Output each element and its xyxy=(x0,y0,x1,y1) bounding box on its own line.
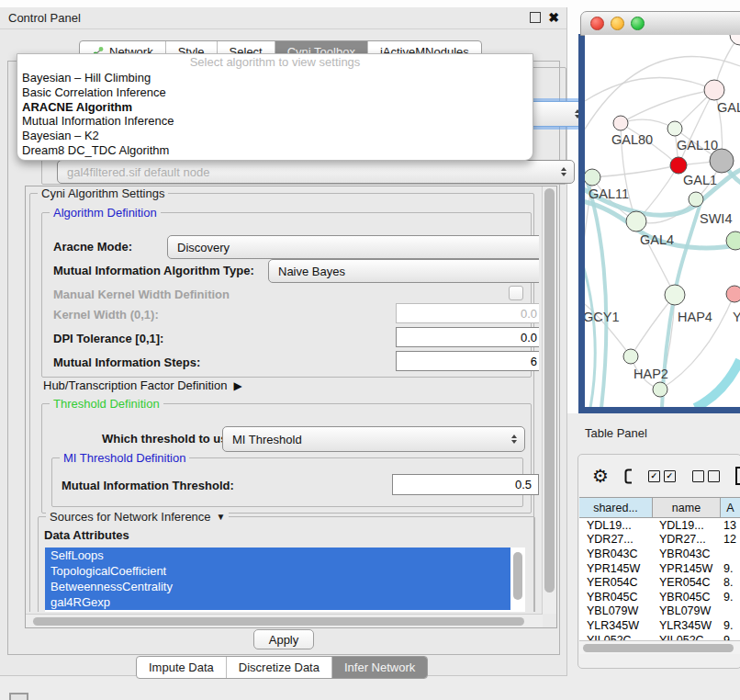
node-label: SWI4 xyxy=(700,211,732,226)
manual-kernel-label: Manual Kernel Width Definition xyxy=(53,288,230,301)
node-right-pink[interactable] xyxy=(726,286,740,302)
table-scrollbar-thumb[interactable] xyxy=(583,644,734,652)
node-label: GAL xyxy=(717,100,740,115)
node-right-green[interactable] xyxy=(726,231,740,250)
mi-type-label: Mutual Information Algorithm Type: xyxy=(53,264,254,277)
combo-arrows-icon xyxy=(561,167,566,176)
dropdown-item[interactable]: Bayesian – K2 xyxy=(17,129,533,143)
node-gal11[interactable] xyxy=(585,169,600,186)
manual-kernel-checkbox[interactable] xyxy=(509,286,523,300)
node-gal4[interactable] xyxy=(626,211,646,231)
column-header-shared-name[interactable]: shared... xyxy=(579,498,653,517)
float-button[interactable] xyxy=(530,12,541,23)
network-window-titlebar[interactable] xyxy=(580,11,740,36)
node-hap4[interactable] xyxy=(665,285,685,305)
dropdown-item[interactable]: Bayesian – Hill Climbing xyxy=(17,71,533,85)
mi-threshold-value: 0.5 xyxy=(515,478,532,491)
network-canvas[interactable]: GALGAL80GAL10GAL1GAL11SWI4GAL4GCY1HAP4YH… xyxy=(585,35,740,407)
node-label: GAL80 xyxy=(611,132,653,147)
table-cell: 9. xyxy=(719,619,740,632)
network-edge xyxy=(695,360,740,407)
which-threshold-label: Which threshold to use: xyxy=(102,432,238,446)
node-label: HAP2 xyxy=(633,367,668,381)
table-cell: YDR27... xyxy=(652,533,719,546)
horizontal-scrollbar-thumb[interactable] xyxy=(33,617,524,626)
tab-discretize-data[interactable]: Discretize Data xyxy=(226,657,331,678)
gear-icon[interactable]: ⚙ xyxy=(592,467,609,485)
list-item[interactable]: TopologicalCoefficient xyxy=(45,563,510,579)
table-cell: 12 xyxy=(719,533,740,546)
document-icon[interactable] xyxy=(734,466,740,486)
table-row[interactable]: YPR145WYPR145W9. xyxy=(579,561,740,576)
tab-impute-data[interactable]: Impute Data xyxy=(137,657,226,678)
mi-type-value: Naive Bayes xyxy=(278,265,345,278)
node-gal80[interactable] xyxy=(613,116,628,130)
close-icon[interactable]: ✖ xyxy=(548,11,559,24)
settings-viewport: Cyni Algorithm Settings Algorithm Defini… xyxy=(25,186,557,628)
group-title: Threshold Definition xyxy=(50,397,163,411)
kernel-width-field[interactable]: 0.0 xyxy=(396,303,539,323)
mi-type-combo[interactable]: Naive Bayes xyxy=(268,259,539,283)
apply-button[interactable]: Apply xyxy=(253,629,314,649)
table-row[interactable]: YDR27...YDR27...12 xyxy=(579,533,740,548)
network-edge xyxy=(585,78,714,101)
mi-threshold-field[interactable]: 0.5 xyxy=(392,474,539,495)
list-item[interactable]: SelfLoops xyxy=(45,548,510,563)
sources-toggle[interactable]: Sources for Network Inference ▼ xyxy=(46,510,229,524)
minimize-traffic-light[interactable] xyxy=(611,17,624,30)
dropdown-item[interactable]: ARACNE Algorithm xyxy=(17,100,533,115)
node-corner-node[interactable] xyxy=(730,35,740,45)
aracne-mode-value: Discovery xyxy=(177,241,230,254)
table-row[interactable]: YBR045CYBR045C9. xyxy=(579,590,740,604)
mi-steps-field[interactable]: 6 xyxy=(396,351,539,371)
node-hap2[interactable] xyxy=(623,349,638,364)
dpi-tolerance-field[interactable]: 0.0 xyxy=(396,327,539,347)
deselect-all-checkboxes-icon[interactable] xyxy=(692,470,720,482)
zoom-traffic-light[interactable] xyxy=(631,17,645,30)
aracne-mode-combo[interactable]: Discovery xyxy=(167,235,539,259)
dropdown-item[interactable]: Basic Correlation Inference xyxy=(17,85,533,100)
node-gal1[interactable] xyxy=(670,157,687,174)
dropdown-prompt: Select algorithm to view settings xyxy=(17,54,533,71)
horizontal-scrollbar[interactable] xyxy=(26,614,543,627)
table-row[interactable]: YER054CYER054C8. xyxy=(579,575,740,590)
table-panel-title: Table Panel xyxy=(585,426,647,440)
node-gal10[interactable] xyxy=(667,121,682,136)
mi-threshold-label: Mutual Information Threshold: xyxy=(62,479,234,492)
table-row[interactable]: YDL19...YDL19...13 xyxy=(579,518,740,533)
which-threshold-combo[interactable]: MI Threshold xyxy=(222,426,525,452)
node-bottom-green[interactable] xyxy=(653,382,667,397)
table-row[interactable]: YBL079WYBL079W xyxy=(579,604,740,619)
table-row[interactable]: YLR345WYLR345W9. xyxy=(579,618,740,633)
sources-group: Sources for Network Inference ▼ Data Att… xyxy=(38,516,535,612)
node-label: GAL11 xyxy=(589,186,629,201)
list-scrollbar-thumb[interactable] xyxy=(513,552,522,600)
node-swi4[interactable] xyxy=(689,192,703,207)
columns-icon[interactable] xyxy=(624,469,632,484)
table-row[interactable]: YBR043CYBR043C xyxy=(579,547,740,561)
data-table-combo[interactable]: gal4filtered.sif default node xyxy=(57,160,575,184)
close-traffic-light[interactable] xyxy=(590,17,604,30)
hub-definition-toggle[interactable]: Hub/Transcription Factor Definition ▶ xyxy=(43,378,242,392)
panel-corner-icon[interactable] xyxy=(9,693,28,700)
checked-box-icon: ✓ xyxy=(664,470,676,482)
node-label: Y xyxy=(733,310,740,324)
table-horizontal-scrollbar[interactable] xyxy=(579,640,740,654)
table-cell: YDL19... xyxy=(652,519,719,532)
column-header-name[interactable]: name xyxy=(653,498,721,517)
mi-threshold-definition-group: MI Threshold Definition Mutual Informati… xyxy=(51,457,523,507)
tab-infer-network[interactable]: Infer Network xyxy=(331,657,427,678)
column-header-partial[interactable]: A xyxy=(721,498,740,517)
list-item[interactable]: BetweennessCentrality xyxy=(45,579,510,594)
select-all-checkboxes-icon[interactable]: ✓ ✓ xyxy=(648,470,676,482)
vertical-scrollbar-thumb[interactable] xyxy=(544,188,555,593)
node-gal-top[interactable] xyxy=(704,80,724,100)
dropdown-item[interactable]: Dream8 DC_TDC Algorithm xyxy=(17,143,533,158)
node-label: GAL1 xyxy=(683,173,717,187)
table-row[interactable]: YIL052CYIL052C9 xyxy=(579,633,740,640)
list-item[interactable]: gal4RGexp xyxy=(45,594,510,610)
table-cell: 8. xyxy=(719,576,740,589)
combo-arrows-icon xyxy=(511,435,517,444)
vertical-scrollbar[interactable] xyxy=(542,186,556,614)
dropdown-item[interactable]: Mutual Information Inference xyxy=(17,114,533,129)
